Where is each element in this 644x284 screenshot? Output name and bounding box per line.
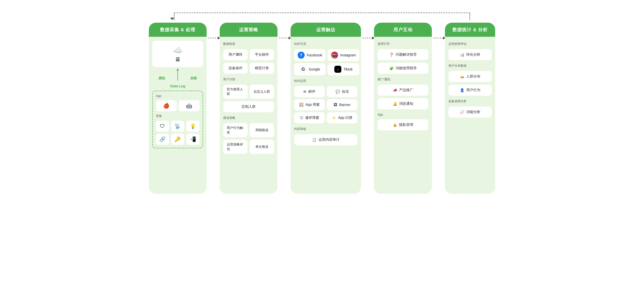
notification-label: 消息通知	[399, 101, 413, 106]
facebook-label: Facebook	[307, 53, 322, 57]
section-user-dist: 用户分布数据	[448, 64, 492, 68]
item-device-op[interactable]: 设备操作	[223, 63, 248, 74]
item-user-trigger[interactable]: 用户行为触发	[223, 123, 248, 137]
item-instagram[interactable]: 📷 Instagram	[328, 49, 359, 61]
megaphone-icon: 📣	[393, 88, 397, 92]
item-notification[interactable]: 🔔 消息通知	[378, 98, 428, 109]
cloud-label: 云	[175, 56, 180, 62]
question-icon: ❓	[389, 53, 394, 57]
flash-icon: ⚡	[332, 116, 336, 120]
item-custom-group[interactable]: 自定义人群	[250, 85, 274, 99]
item-tiktok[interactable]: ♪ Tiktok	[328, 63, 359, 75]
item-crowd-dist[interactable]: 🥧 人群分布	[448, 71, 492, 82]
arrow-up-icon	[177, 70, 178, 81]
section-effect-eval: 运营效果评估	[448, 42, 492, 46]
column4-wrapper: 用户互动 使用引导 ❓ 问题解决指导 🧩 功能使用指导 推广/通知 📣 产品推广	[374, 23, 432, 194]
google-icon: G	[300, 66, 307, 73]
column3-wrapper: 运营触达 站外引流 f Facebook 📷 Instagram G Goo	[291, 23, 361, 194]
card-col1: 数据采集 & 处理 ☁️ 云 授权 加密 Data Log	[149, 23, 207, 194]
row-push-1: 用户行为触发 周期推送	[223, 123, 274, 137]
linechart-icon: 📈	[460, 110, 464, 114]
app-popup-label: App 弹窗	[305, 102, 320, 107]
col3-header: 运营触达	[291, 23, 361, 37]
facebook-icon: f	[298, 52, 305, 59]
tiktok-icon: ♪	[334, 66, 341, 73]
item-facebook[interactable]: f Facebook	[294, 49, 326, 61]
item-problem-guide[interactable]: ❓ 问题解决指导	[378, 49, 428, 60]
arrow-4-5	[432, 38, 445, 38]
row-group-2: 定制人群	[223, 101, 274, 112]
item-feature-guide[interactable]: 🧩 功能使用指导	[378, 63, 428, 74]
item-platform-op[interactable]: 平台操作	[250, 49, 274, 60]
item-periodic-push[interactable]: 周期推送	[250, 123, 274, 137]
problem-guide-label: 问题解决指导	[396, 52, 417, 57]
mail-icon: ✉	[303, 90, 306, 94]
item-product-promo[interactable]: 📣 产品推广	[378, 85, 428, 96]
item-privacy[interactable]: 🔒 隐私管理	[378, 119, 428, 130]
item-user-attr[interactable]: 用户属性	[223, 49, 248, 60]
item-app-popup[interactable]: 🪟 App 弹窗	[294, 99, 325, 110]
feature-guide-label: 功能使用指导	[396, 66, 417, 70]
col4-header: 用户互动	[374, 23, 432, 37]
item-content-audit[interactable]: 📋 运营内容审计	[294, 134, 357, 145]
dashed-line-4	[433, 38, 443, 38]
section-push-strategy: 推送策略	[223, 116, 274, 120]
sms-icon: 💬	[336, 90, 340, 94]
item-conversion[interactable]: 📊 转化分析	[448, 49, 492, 60]
col1-body: ☁️ 云 授权 加密 Data Log App 🍎	[149, 37, 207, 194]
item-email[interactable]: ✉ 邮件	[294, 86, 325, 97]
person-icon: 👤	[460, 88, 464, 92]
puzzle-icon: 🧩	[389, 66, 394, 70]
card-col3: 运营触达 站外引流 f Facebook 📷 Instagram G Goo	[291, 23, 361, 194]
arrow-line	[177, 70, 178, 81]
col4-body: 使用引导 ❓ 问题解决指导 🧩 功能使用指导 推广/通知 📣 产品推广 🔔	[374, 37, 432, 194]
dashed-line-3	[362, 38, 373, 38]
card-col5: 数据统计 & 分析 运营效果评估 📊 转化分析 用户分布数据 🥧 人群分布 👤 …	[445, 23, 495, 194]
section-external: 站外引流	[294, 42, 357, 46]
bulb-icon: 💡	[186, 121, 200, 132]
app-flash-label: App 闪屏	[338, 116, 352, 120]
top-arrow-down	[170, 18, 174, 20]
section-internal: 站内运营	[294, 79, 357, 83]
item-app-flash[interactable]: ⚡ App 闪屏	[327, 112, 357, 123]
device-icons: 🛡 📡 💡 🔗 🔑 📲	[156, 121, 200, 145]
diagram-wrapper: 数据采集 & 处理 ☁️ 云 授权 加密 Data Log	[149, 10, 495, 194]
row-push-2: 运营策略评估 单次推送	[223, 140, 274, 154]
row-datatag-2: 设备操作 模型计算	[223, 63, 274, 74]
user-behavior-label: 用户行为	[466, 88, 480, 92]
android-icon: 🤖	[179, 100, 200, 111]
item-custom-crowd[interactable]: 定制人群	[223, 101, 274, 112]
cloud-icon: ☁️	[173, 45, 183, 55]
item-user-behavior[interactable]: 👤 用户行为	[448, 85, 492, 96]
device-label: 设备	[156, 114, 200, 118]
card-col2: 运营策略 数据标签 用户属性 平台操作 设备操作 模型计算 用户分群 官方推荐人…	[220, 23, 278, 194]
item-strategy-eval[interactable]: 运营策略评估	[223, 140, 248, 154]
instagram-label: Instagram	[340, 53, 356, 57]
privacy-label: 隐私管理	[399, 123, 413, 127]
item-model-calc[interactable]: 模型计算	[250, 63, 274, 74]
dashed-box: App 🍎 🤖 设备 🛡 📡 💡 🔗 🔑 📲	[152, 91, 203, 148]
col5-header: 数据统计 & 分析	[445, 23, 495, 37]
cloud-box: ☁️ 云	[152, 41, 203, 67]
col1-header: 数据采集 & 处理	[149, 23, 207, 37]
app-icons: 🍎 🤖	[156, 100, 200, 111]
col2-header: 运营策略	[220, 23, 278, 37]
item-google[interactable]: G Google	[294, 63, 326, 75]
item-official-recommend[interactable]: 官方推荐人群	[223, 85, 248, 99]
section-data-tag: 数据标签	[223, 42, 274, 46]
key-icon: 🔑	[171, 134, 185, 145]
item-sms[interactable]: 💬 短信	[327, 86, 357, 97]
item-single-push[interactable]: 单次推送	[250, 140, 274, 154]
instagram-icon: 📷	[331, 52, 338, 59]
comment-icon: 🗨	[300, 116, 303, 120]
link-icon: 🔗	[156, 134, 169, 145]
top-connector	[174, 13, 470, 20]
google-label: Google	[309, 67, 320, 71]
column5-wrapper: 数据统计 & 分析 运营效果评估 📊 转化分析 用户分布数据 🥧 人群分布 👤 …	[445, 23, 495, 194]
item-feature-analysis[interactable]: 📈 功能分析	[448, 106, 492, 118]
product-promo-label: 产品推广	[399, 88, 413, 92]
banner-icon: 🖼	[334, 103, 337, 107]
review-popup-label: 邀评弹窗	[305, 116, 319, 120]
item-banner[interactable]: 🖼 Banner	[327, 99, 357, 110]
item-review-popup[interactable]: 🗨 邀评弹窗	[294, 112, 325, 123]
